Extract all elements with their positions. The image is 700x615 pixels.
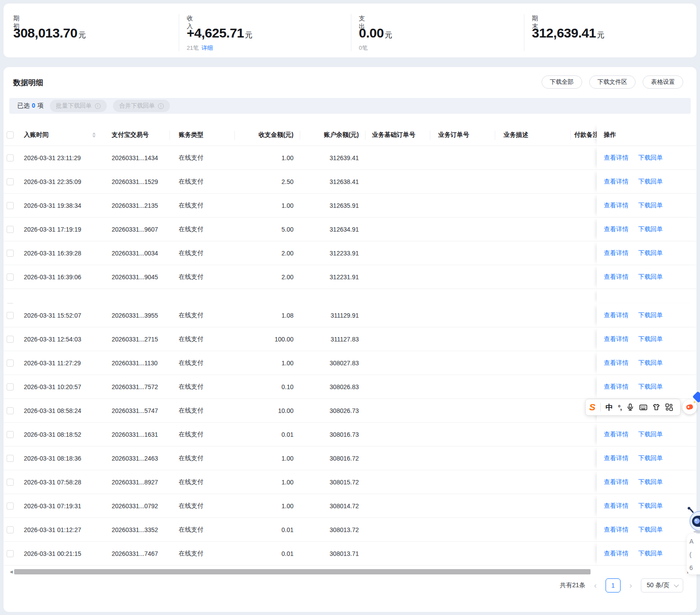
view-detail-link[interactable]: 查看详情: [604, 202, 628, 210]
download-receipt-link[interactable]: 下载回单: [638, 311, 663, 319]
download-receipt-link[interactable]: 下载回单: [638, 478, 663, 486]
download-receipt-link[interactable]: 下载回单: [638, 225, 663, 233]
page-number-button[interactable]: 1: [606, 578, 621, 592]
selected-count: 0: [32, 102, 35, 109]
robot-assistant-icon[interactable]: [685, 506, 700, 535]
next-page-icon[interactable]: ›: [628, 581, 633, 589]
row-checkbox[interactable]: [7, 407, 14, 414]
batch-download-button[interactable]: 批量下载回单: [50, 100, 107, 112]
row-checkbox[interactable]: [7, 479, 14, 486]
row-checkbox[interactable]: [7, 360, 14, 367]
table-header-row: 入账时间支付宝交易号账务类型收支金额(元)账户余额(元)业务基础订单号业务订单号…: [4, 124, 696, 146]
income-detail-link[interactable]: 详细: [201, 45, 213, 51]
order-no-cell: [430, 327, 495, 351]
prev-page-icon[interactable]: ‹: [593, 581, 598, 589]
download-receipt-link[interactable]: 下载回单: [638, 502, 663, 510]
table-row: 2026-03-31 07:58:2820260331...8927在线支付1.…: [4, 470, 696, 494]
download-receipt-link[interactable]: 下载回单: [638, 431, 663, 439]
page-size-select[interactable]: 50 条/页: [641, 578, 683, 592]
row-checkbox[interactable]: [7, 312, 14, 319]
selection-bar: 已选0项 批量下载回单 合并下载回单: [9, 98, 691, 114]
row-checkbox[interactable]: [7, 274, 14, 281]
row-checkbox[interactable]: [7, 178, 14, 185]
punctuation-icon[interactable]: °,: [618, 404, 621, 411]
view-detail-link[interactable]: 查看详情: [604, 178, 628, 186]
row-checkbox[interactable]: [7, 154, 14, 161]
scrollbar-thumb[interactable]: [14, 569, 591, 574]
view-detail-link[interactable]: 查看详情: [604, 550, 628, 558]
download-all-button[interactable]: 下载全部: [542, 75, 582, 89]
view-detail-link[interactable]: 查看详情: [604, 335, 628, 343]
download-receipt-link[interactable]: 下载回单: [638, 154, 663, 162]
view-detail-link[interactable]: 查看详情: [604, 311, 628, 319]
row-checkbox[interactable]: [7, 526, 14, 533]
view-detail-link[interactable]: 查看详情: [604, 154, 628, 162]
view-detail-link[interactable]: 查看详情: [604, 431, 628, 439]
table-row: 2026-03-31 00:21:1520260331...7467在线支付0.…: [4, 542, 696, 566]
sogou-logo-icon[interactable]: S: [589, 402, 595, 412]
chinese-mode-icon[interactable]: 中: [606, 402, 613, 412]
row-checkbox[interactable]: [7, 202, 14, 209]
view-detail-link[interactable]: 查看详情: [604, 249, 628, 257]
row-checkbox[interactable]: [7, 431, 14, 438]
download-receipt-link[interactable]: 下载回单: [638, 249, 663, 257]
row-checkbox[interactable]: [7, 250, 14, 257]
row-checkbox[interactable]: [7, 383, 14, 390]
sort-icon[interactable]: [92, 132, 96, 138]
download-filezone-button[interactable]: 下载文件区: [589, 75, 636, 89]
table-row: 2026-03-31 08:18:5220260331...1631在线支付0.…: [4, 423, 696, 446]
download-receipt-link[interactable]: 下载回单: [638, 526, 663, 534]
table-settings-button[interactable]: 表格设置: [643, 75, 683, 89]
actions-cell: 查看详情下载回单: [597, 146, 696, 170]
view-detail-link[interactable]: 查看详情: [604, 478, 628, 486]
row-checkbox[interactable]: [7, 336, 14, 343]
view-detail-link[interactable]: 查看详情: [604, 502, 628, 510]
ime-ai-assistant-icon[interactable]: ✦: [682, 400, 697, 414]
balance-cell: 312638.41: [300, 170, 365, 193]
entry-time-cell: 2026-03-31 22:35:09: [24, 170, 102, 193]
download-receipt-link[interactable]: 下载回单: [638, 550, 663, 558]
view-detail-link[interactable]: 查看详情: [604, 273, 628, 281]
checkbox-cell: [4, 218, 24, 241]
actions-cell: 查看详情下载回单: [597, 446, 696, 470]
view-detail-link[interactable]: 查看详情: [604, 225, 628, 233]
microphone-icon[interactable]: [626, 403, 634, 411]
download-receipt-link[interactable]: 下载回单: [638, 359, 663, 367]
amount-cell: 2.50: [235, 170, 300, 193]
download-receipt-link[interactable]: 下载回单: [638, 454, 663, 462]
info-icon: [158, 103, 164, 109]
download-receipt-link[interactable]: 下载回单: [638, 335, 663, 343]
description-cell: [495, 170, 571, 193]
select-all-checkbox[interactable]: [7, 131, 14, 139]
view-detail-link[interactable]: 查看详情: [604, 383, 628, 391]
download-receipt-link[interactable]: 下载回单: [638, 178, 663, 186]
entry-time-cell: 2026-03-31 08:58:24: [24, 399, 102, 422]
description-cell: [495, 265, 571, 289]
table-row: 2026-03-31 15:52:0720260331...3955在线支付1.…: [4, 304, 696, 327]
download-receipt-link[interactable]: 下载回单: [638, 202, 663, 210]
view-detail-link[interactable]: 查看详情: [604, 526, 628, 534]
entry-time-cell: 2026-03-31 00:21:15: [24, 542, 102, 565]
table-row: 2026-03-31 16:39:0620260331...9045在线支付2.…: [4, 265, 696, 289]
row-checkbox[interactable]: [7, 502, 14, 510]
keyboard-icon[interactable]: [639, 403, 647, 411]
view-detail-link[interactable]: 查看详情: [604, 359, 628, 367]
account-type-cell: 在线支付: [170, 351, 235, 375]
actions-cell: 查看详情下载回单: [597, 265, 696, 289]
scroll-left-arrow-icon[interactable]: ◀: [10, 570, 13, 574]
amount-cell: 0.10: [235, 375, 300, 398]
row-checkbox[interactable]: [7, 550, 14, 557]
toolbox-grid-icon[interactable]: [665, 403, 673, 411]
download-receipt-link[interactable]: 下载回单: [638, 383, 663, 391]
description-cell: [495, 327, 571, 351]
row-checkbox[interactable]: [7, 226, 14, 233]
row-checkbox[interactable]: [7, 455, 14, 462]
amount-cell: 1.00: [235, 470, 300, 494]
merge-download-button[interactable]: 合并下载回单: [113, 100, 170, 112]
view-detail-link[interactable]: 查看详情: [604, 454, 628, 462]
skin-tshirt-icon[interactable]: [652, 403, 660, 411]
download-receipt-link[interactable]: 下载回单: [638, 273, 663, 281]
assistant-side-panel[interactable]: A ( 6: [687, 534, 700, 574]
description-cell: [495, 194, 571, 217]
assistant-panel-item: A: [689, 538, 693, 544]
